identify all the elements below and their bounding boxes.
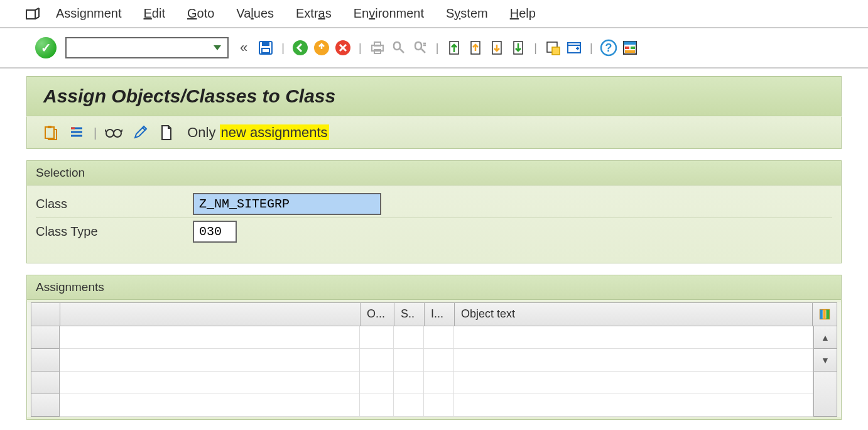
column-s[interactable]: S.. [394,303,425,326]
svg-rect-21 [48,126,52,128]
scroll-up-button[interactable]: ▲ [813,326,837,349]
pencil-icon[interactable] [131,123,149,142]
row-selector[interactable] [31,394,60,417]
svg-point-22 [106,130,114,137]
menu-assignment[interactable]: Assignment [56,6,122,21]
menu-session-icon[interactable] [25,8,40,20]
command-field[interactable] [65,37,229,58]
back-button[interactable] [291,38,310,57]
layout-button[interactable] [621,38,639,57]
svg-rect-25 [820,310,823,319]
svg-rect-16 [624,41,636,45]
page-title: Assign Objects/Classes to Class [43,85,825,107]
class-input[interactable] [193,193,381,215]
svg-rect-18 [631,47,635,49]
selection-header: Selection [27,161,841,185]
find-next-button[interactable] [411,38,430,57]
scroll-down-button[interactable]: ▼ [813,349,837,372]
print-button[interactable] [368,38,387,57]
svg-rect-17 [625,47,629,49]
svg-rect-8 [374,42,381,46]
next-page-button[interactable] [487,38,506,57]
separator: | [436,41,439,55]
last-page-button[interactable] [509,38,528,57]
menu-values[interactable]: Values [236,6,274,21]
svg-rect-11 [552,47,560,55]
new-session-button[interactable] [543,38,562,57]
enter-button[interactable] [35,37,57,58]
table-row[interactable] [60,372,813,394]
help-button[interactable]: ? [599,38,618,57]
column-o[interactable]: O... [361,303,394,326]
find-button[interactable] [389,38,408,57]
separator: | [94,126,97,140]
class-type-label: Class Type [36,224,193,239]
separator: | [534,41,537,55]
menu-help[interactable]: Help [510,6,536,21]
shortcut-button[interactable] [565,38,583,57]
menu-edit[interactable]: Edit [144,6,165,21]
save-button[interactable] [256,38,275,57]
collapse-icon[interactable]: « [240,40,247,56]
menu-system[interactable]: System [446,6,488,21]
table-row[interactable] [60,394,813,417]
svg-rect-20 [45,127,54,138]
title-bar: Assign Objects/Classes to Class [26,76,842,116]
select-all-column[interactable] [31,303,60,326]
svg-rect-27 [826,310,829,319]
menu-bar: Assignment Edit Goto Values Extras Envir… [0,0,868,28]
menu-goto[interactable]: Goto [187,6,214,21]
assignments-header: Assignments [27,275,841,300]
table-row[interactable] [60,326,813,349]
column-i[interactable]: I... [425,303,455,326]
separator: | [590,41,593,55]
prev-page-button[interactable] [466,38,485,57]
row-selector[interactable] [31,326,60,349]
assignments-panel: Assignments O... S.. I... Object text [26,275,842,420]
svg-point-4 [293,40,308,55]
svg-rect-26 [823,310,826,319]
separator: | [359,41,362,55]
menu-extras[interactable]: Extras [296,6,332,21]
only-new-assignments-label: Only new assignments [187,124,328,141]
row-selector[interactable] [31,372,60,394]
menu-environment[interactable]: Environment [354,6,424,21]
class-label: Class [36,197,193,211]
svg-point-23 [114,130,121,137]
first-page-button[interactable] [445,38,464,57]
clipboard-icon[interactable] [41,123,60,142]
app-toolbar: | Only new assignments [26,116,842,149]
svg-text:?: ? [605,41,612,54]
svg-rect-0 [26,10,35,19]
glasses-icon[interactable] [104,123,123,142]
align-icon[interactable] [67,123,86,142]
column-object-text[interactable]: Object text [455,303,813,326]
exit-button[interactable] [312,38,331,57]
selection-panel: Selection Class Class Type [26,160,842,263]
first-column-header[interactable] [60,303,361,326]
row-selector[interactable] [31,349,60,372]
scrollbar-track[interactable] [813,372,837,417]
svg-rect-19 [625,50,635,53]
separator: | [281,41,285,55]
cancel-button[interactable] [334,38,352,57]
table-row[interactable] [60,349,813,372]
svg-rect-2 [262,41,269,46]
system-toolbar: « | | | | | ? [0,28,868,69]
configure-columns-button[interactable] [813,303,837,326]
document-icon[interactable] [157,123,176,142]
table-header: O... S.. I... Object text [31,302,837,326]
class-type-input[interactable] [193,221,237,243]
